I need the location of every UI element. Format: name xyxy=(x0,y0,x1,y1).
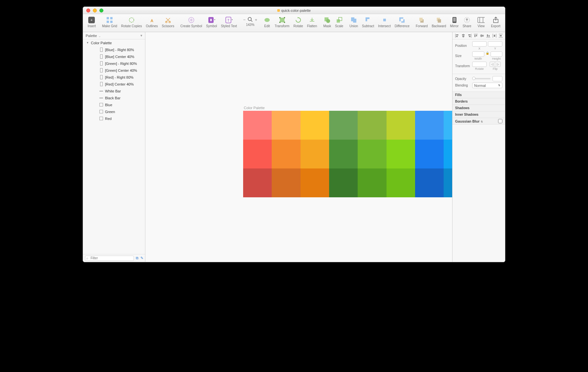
layer-row[interactable]: White Bar xyxy=(83,88,145,94)
color-swatch[interactable] xyxy=(444,168,452,197)
layer-row[interactable]: [Blue] Center 40% xyxy=(83,53,145,60)
align-bottom-icon[interactable] xyxy=(486,33,491,38)
distribute-v-icon[interactable] xyxy=(498,33,503,38)
position-x-input[interactable] xyxy=(472,41,487,47)
color-swatch[interactable] xyxy=(444,140,452,168)
symbol-button[interactable]: Symbol xyxy=(204,15,219,31)
layer-row[interactable]: Red xyxy=(83,115,145,122)
fills-panel[interactable]: Fills xyxy=(452,92,505,98)
intersect-button[interactable]: Intersect xyxy=(376,15,392,31)
color-swatch[interactable] xyxy=(243,111,272,140)
outlines-button[interactable]: AOutlines xyxy=(144,15,160,31)
filter-toggle-icon[interactable]: ⧉ xyxy=(136,256,138,260)
color-swatch[interactable] xyxy=(272,140,300,168)
zoom-window-button[interactable] xyxy=(99,9,103,12)
zoom-in-button[interactable]: + xyxy=(255,17,258,22)
opacity-input[interactable] xyxy=(493,76,502,81)
layer-row[interactable]: [Blue] - Right 80% xyxy=(83,46,145,53)
forward-button[interactable]: Forward xyxy=(414,15,430,31)
color-swatch[interactable] xyxy=(387,168,415,197)
color-swatch[interactable] xyxy=(387,140,415,168)
flip-controls[interactable]: ◁▷ xyxy=(490,62,501,67)
disclosure-triangle-icon[interactable]: ▼ xyxy=(86,41,89,44)
mirror-button[interactable]: Mirror xyxy=(448,15,461,31)
mask-button[interactable]: Mask xyxy=(321,15,333,31)
layer-row[interactable]: Green xyxy=(83,108,145,115)
borders-panel[interactable]: Borders xyxy=(452,98,505,105)
gaussian-checkbox[interactable] xyxy=(498,119,502,123)
color-swatch[interactable] xyxy=(272,168,300,197)
color-swatch[interactable] xyxy=(358,140,386,168)
layer-row[interactable]: [Red] Center 40% xyxy=(83,81,145,88)
color-palette-artboard[interactable] xyxy=(243,111,452,197)
difference-button[interactable]: Difference xyxy=(393,15,411,31)
color-swatch[interactable] xyxy=(301,140,329,168)
align-right-icon[interactable] xyxy=(467,33,472,38)
transform-button[interactable]: Transform xyxy=(273,15,291,31)
filter-slice-icon[interactable]: ✎ xyxy=(140,256,143,260)
color-swatch[interactable] xyxy=(358,168,386,197)
position-y-input[interactable] xyxy=(488,41,502,47)
layer-row[interactable]: [Green] - Right 80% xyxy=(83,60,145,67)
color-swatch[interactable] xyxy=(272,111,300,140)
color-swatch[interactable] xyxy=(415,111,444,140)
scissors-button[interactable]: Scissors xyxy=(160,15,176,31)
color-swatch[interactable] xyxy=(415,168,444,197)
distribute-h-icon[interactable] xyxy=(492,33,497,38)
align-hcenter-icon[interactable] xyxy=(461,33,466,38)
align-vcenter-icon[interactable] xyxy=(480,33,484,38)
opacity-slider[interactable] xyxy=(472,78,491,79)
edit-button[interactable]: Edit xyxy=(262,15,273,31)
backward-button[interactable]: Backward xyxy=(430,15,448,31)
rotate-input[interactable] xyxy=(472,62,487,67)
inner-shadows-panel[interactable]: Inner Shadows xyxy=(452,111,505,118)
union-button[interactable]: Union xyxy=(347,15,360,31)
blending-select[interactable]: Normal⇅ xyxy=(472,83,502,88)
zoom-out-button[interactable]: − xyxy=(243,17,246,22)
share-button[interactable]: Share xyxy=(461,15,473,31)
align-left-icon[interactable] xyxy=(455,33,459,38)
gaussian-blur-panel[interactable]: Gaussian Blur ⇅ xyxy=(452,118,505,125)
width-input[interactable] xyxy=(472,51,484,57)
pages-dropdown[interactable]: Palette ⌵ ▾ xyxy=(83,32,145,39)
layer-row[interactable]: Blue xyxy=(83,101,145,108)
layer-row[interactable]: Black Bar xyxy=(83,94,145,101)
flatten-button[interactable]: Flatten xyxy=(305,15,319,31)
layer-row[interactable]: [Green] Center 40% xyxy=(83,67,145,74)
styled-text-button[interactable]: TStyled Text xyxy=(219,15,239,31)
lock-icon[interactable]: 🔒 xyxy=(486,51,489,60)
color-swatch[interactable] xyxy=(329,168,358,197)
subtract-button[interactable]: Subtract xyxy=(360,15,376,31)
zoom-control[interactable]: − + 143% xyxy=(241,15,259,31)
create-symbol-button[interactable]: Create Symbol xyxy=(178,15,204,31)
color-swatch[interactable] xyxy=(243,168,272,197)
rotate-button[interactable]: Rotate xyxy=(291,15,305,31)
layer-group[interactable]: ▼Color Palette xyxy=(83,39,145,46)
color-swatch[interactable] xyxy=(243,140,272,168)
canvas[interactable]: Color Palette xyxy=(145,32,452,262)
export-button[interactable]: Export xyxy=(489,15,502,31)
shadows-panel[interactable]: Shadows xyxy=(452,105,505,111)
close-window-button[interactable] xyxy=(86,9,90,12)
insert-button[interactable]: + Insert xyxy=(86,15,98,31)
flip-h-icon[interactable]: ◁ xyxy=(490,62,495,67)
color-swatch[interactable] xyxy=(301,168,329,197)
filter-input[interactable] xyxy=(85,256,134,261)
color-swatch[interactable] xyxy=(415,140,444,168)
artboard-label[interactable]: Color Palette xyxy=(244,106,265,110)
color-swatch[interactable] xyxy=(301,111,329,140)
flip-v-icon[interactable]: ▷ xyxy=(495,62,500,67)
color-swatch[interactable] xyxy=(329,140,358,168)
minimize-window-button[interactable] xyxy=(93,9,97,12)
scale-button[interactable]: Scale xyxy=(333,15,345,31)
pages-panel-icon[interactable]: ▾ xyxy=(140,33,142,38)
layer-row[interactable]: [Red] - Right 80% xyxy=(83,74,145,81)
make-grid-button[interactable]: Make Grid xyxy=(100,15,119,31)
color-swatch[interactable] xyxy=(358,111,386,140)
view-button[interactable]: View xyxy=(475,15,487,31)
align-top-icon[interactable] xyxy=(473,33,478,38)
rotate-copies-button[interactable]: Rotate Copies xyxy=(119,15,144,31)
height-input[interactable] xyxy=(491,51,503,57)
color-swatch[interactable] xyxy=(329,111,358,140)
color-swatch[interactable] xyxy=(387,111,415,140)
